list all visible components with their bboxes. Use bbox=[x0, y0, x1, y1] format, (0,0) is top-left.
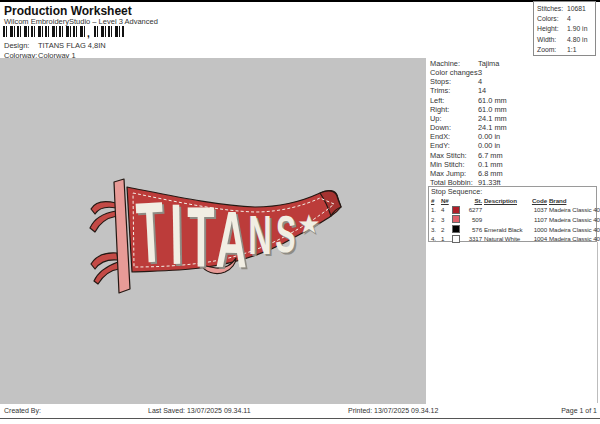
pennant-letter: A bbox=[215, 195, 248, 285]
design-row: Design: TITANS FLAG 4,8IN bbox=[4, 41, 106, 50]
production-worksheet-page: Production Worksheet Wilcom EmbroiderySt… bbox=[0, 0, 600, 424]
stop-sequence-title: Stop Sequence: bbox=[431, 188, 596, 196]
thread-color-swatch bbox=[452, 225, 460, 233]
stat-stitches: Stitches:10681 bbox=[537, 4, 595, 14]
stop-sequence-table: # N# St. Description Code Brand 1. 4 627… bbox=[431, 197, 597, 245]
pennant-letter: N bbox=[248, 204, 271, 266]
machine-row: Machine:Tajima bbox=[430, 59, 598, 68]
table-row: 3. 2 576 Emerald Black 1000 Madeira Clas… bbox=[431, 225, 597, 235]
table-row: 4. 1 3317 Natural White 1004 Madeira Cla… bbox=[431, 235, 597, 245]
design-stats-box: Stitches:10681 Colors:4 Height:1.90 in W… bbox=[533, 1, 596, 56]
footer-divider bbox=[0, 418, 600, 419]
page-title: Production Worksheet bbox=[4, 4, 132, 18]
pennant-letter: I bbox=[169, 186, 183, 283]
thread-color-swatch bbox=[452, 215, 460, 223]
footer-page-number: Page 1 of 1 bbox=[561, 407, 597, 414]
footer-last-saved: Last Saved: 13/07/2025 09.34.11 bbox=[148, 407, 251, 414]
table-header-row: # N# St. Description Code Brand bbox=[431, 197, 597, 206]
machine-row: Left:61.0 mm bbox=[430, 96, 598, 105]
pennant-letter: T bbox=[187, 188, 214, 285]
machine-row: Trims:14 bbox=[430, 86, 598, 95]
machine-row: Right:61.0 mm bbox=[430, 105, 598, 114]
app-subtitle: Wilcom EmbroideryStudio – Level 3 Advanc… bbox=[4, 17, 158, 26]
stat-colors: Colors:4 bbox=[537, 14, 595, 24]
design-canvas: T I T A N S T I T A N S ★ ★ bbox=[0, 58, 426, 404]
machine-row: Max Jump:6.8 mm bbox=[430, 169, 598, 178]
machine-row: Color changes:3 bbox=[430, 68, 598, 77]
design-name: TITANS FLAG 4,8IN bbox=[38, 41, 106, 50]
barcode-comma: , bbox=[87, 28, 90, 39]
stat-height: Height:1.90 in bbox=[537, 24, 595, 34]
design-label: Design: bbox=[4, 41, 36, 50]
stop-sequence-panel: Stop Sequence: # N# St. Description Code… bbox=[428, 186, 597, 242]
design-barcode-icon: , bbox=[3, 26, 125, 39]
machine-row: Up:24.1 mm bbox=[430, 114, 598, 123]
pennant-letter: T bbox=[134, 184, 166, 282]
pennant-letter: S bbox=[275, 205, 297, 263]
machine-row: EndX:0.00 in bbox=[430, 132, 598, 141]
machine-row: Stops:4 bbox=[430, 77, 598, 86]
machine-row: Min Stitch:0.1 mm bbox=[430, 160, 598, 169]
machine-row: Max Stitch:6.7 mm bbox=[430, 151, 598, 160]
top-divider bbox=[0, 0, 600, 2]
pennant-graphic: T I T A N S T I T A N S ★ ★ bbox=[88, 178, 346, 303]
thread-color-swatch bbox=[452, 235, 460, 243]
ribbon-icon bbox=[90, 211, 117, 232]
machine-row: EndY:0.00 in bbox=[430, 141, 598, 150]
stat-width: Width:4.80 in bbox=[537, 35, 595, 45]
panel-right-divider bbox=[597, 242, 598, 403]
thread-color-swatch bbox=[452, 206, 460, 214]
barcode-bars bbox=[3, 26, 87, 37]
stat-zoom: Zoom:1:1 bbox=[537, 45, 595, 55]
machine-info-panel: Machine:Tajima Color changes:3 Stops:4 T… bbox=[430, 59, 598, 187]
footer-printed: Printed: 13/07/2025 09.34.12 bbox=[348, 407, 438, 414]
table-row: 2. 3 509 1107 Madeira Classic 40 bbox=[431, 215, 597, 225]
pennant-star-icon: ★ bbox=[297, 209, 320, 239]
barcode-bars bbox=[94, 26, 124, 37]
pennant-word: T I T A N S T I T A N S ★ ★ bbox=[134, 184, 322, 287]
footer-created-by: Created By: bbox=[4, 407, 41, 414]
table-row: 1. 4 6277 1037 Madeira Classic 40 bbox=[431, 206, 597, 216]
machine-row: Down:24.1 mm bbox=[430, 123, 598, 132]
